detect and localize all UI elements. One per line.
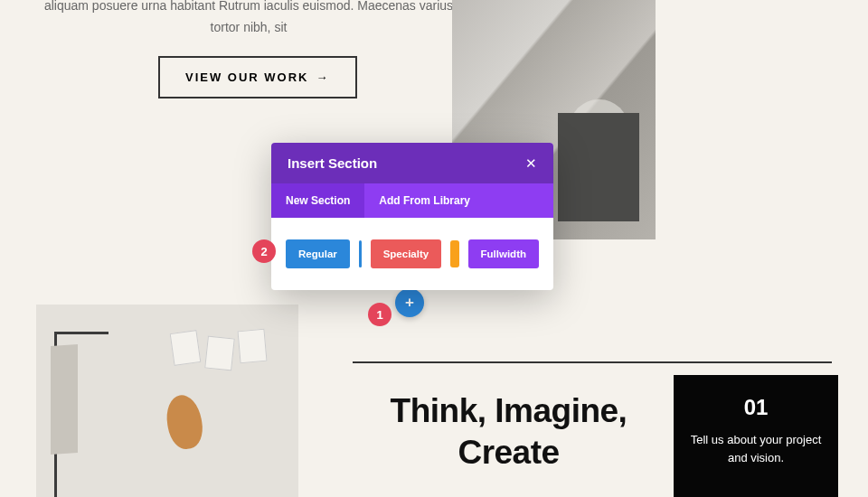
arrow-right-icon: → (316, 70, 330, 84)
step-text: Tell us about your project and vision. (690, 431, 822, 467)
tab-add-from-library[interactable]: Add From Library (364, 183, 485, 218)
option-fullwidth[interactable]: Fullwidth (468, 239, 539, 268)
photo-shape (204, 336, 235, 371)
annotation-marker-2: 2 (252, 239, 276, 263)
option-specialty[interactable]: Specialty (371, 239, 442, 268)
photo-shape (170, 330, 202, 366)
hero-description: aliquam posuere urna habitant Rutrum iac… (36, 0, 461, 39)
separator-orange (450, 240, 458, 267)
annotation-marker-1: 1 (368, 303, 392, 326)
cta-label: VIEW OUR WORK (185, 70, 309, 84)
step-number: 01 (690, 395, 822, 420)
tab-new-section[interactable]: New Section (271, 183, 364, 218)
separator-blue (359, 240, 362, 267)
view-work-button[interactable]: VIEW OUR WORK → (158, 56, 357, 98)
modal-title: Insert Section (288, 155, 377, 171)
hat-shape (163, 392, 206, 452)
option-regular[interactable]: Regular (286, 239, 350, 268)
cloth-shape (51, 344, 78, 455)
modal-tabs: New Section Add From Library (271, 183, 553, 218)
secondary-image (36, 305, 298, 497)
section-headline: Think, Imagine, Create (353, 390, 665, 474)
modal-header: Insert Section ✕ (271, 143, 553, 183)
insert-section-modal: Insert Section ✕ New Section Add From Li… (271, 143, 553, 290)
photo-shape (237, 329, 267, 363)
section-divider (353, 361, 832, 363)
close-icon[interactable]: ✕ (525, 156, 537, 170)
add-section-button[interactable]: + (395, 288, 424, 317)
step-card-01: 01 Tell us about your project and vision… (674, 375, 838, 497)
modal-body: Regular Specialty Fullwidth (271, 218, 553, 290)
